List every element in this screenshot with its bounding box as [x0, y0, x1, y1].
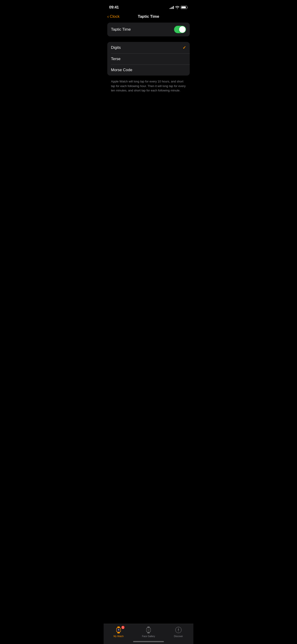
- back-label: Clock: [110, 14, 120, 19]
- option-digits[interactable]: Digits ✓: [107, 42, 190, 54]
- status-time: 09:41: [109, 5, 119, 10]
- option-terse[interactable]: Terse: [107, 54, 190, 64]
- taptic-toggle-row: Taptic Time: [111, 22, 186, 36]
- status-icons: [170, 6, 188, 9]
- main-content: Taptic Time Digits ✓ Terse Morse Code Ap…: [104, 22, 194, 93]
- description-text: Apple Watch will long tap for every 10 h…: [107, 78, 190, 93]
- toggle-section: Taptic Time: [107, 22, 190, 36]
- page-title: Taptic Time: [138, 14, 159, 19]
- options-section: Digits ✓ Terse Morse Code: [107, 42, 190, 76]
- back-button[interactable]: ‹ Clock: [107, 14, 120, 19]
- option-terse-label: Terse: [111, 57, 121, 61]
- option-digits-label: Digits: [111, 45, 121, 50]
- option-morse-code-label: Morse Code: [111, 68, 132, 72]
- taptic-toggle-switch[interactable]: [174, 26, 186, 33]
- option-morse-code[interactable]: Morse Code: [107, 64, 190, 76]
- taptic-toggle-label: Taptic Time: [111, 27, 131, 32]
- signal-icon: [170, 6, 174, 9]
- status-bar: 09:41: [104, 0, 194, 12]
- nav-header: ‹ Clock Taptic Time: [104, 12, 194, 22]
- battery-icon: [181, 6, 188, 9]
- checkmark-icon: ✓: [182, 45, 186, 50]
- wifi-icon: [175, 6, 179, 9]
- toggle-knob: [179, 26, 186, 33]
- back-chevron-icon: ‹: [107, 14, 109, 19]
